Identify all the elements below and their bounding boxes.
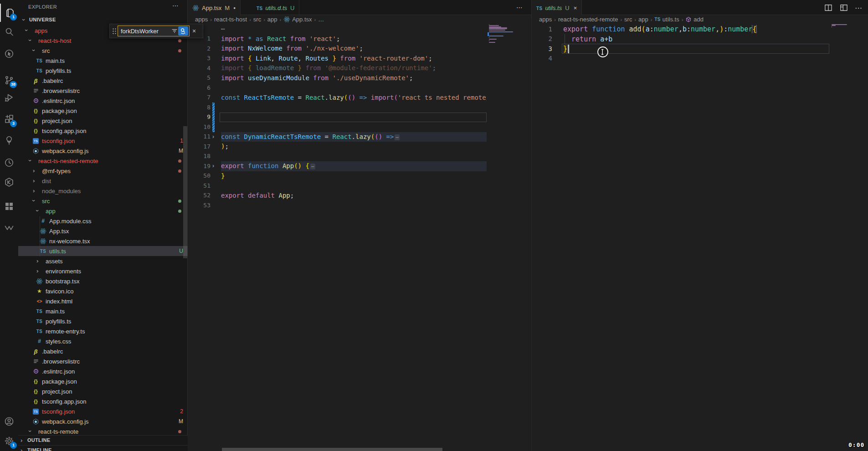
tree-item-tsconfig.app.json[interactable]: {}tsconfig.app.json: [18, 126, 188, 136]
tab-utils.ts[interactable]: TSutils.tsU×: [532, 0, 582, 15]
more-button[interactable]: ⋯: [855, 4, 863, 12]
activitybar-source-control[interactable]: 38: [0, 71, 18, 89]
filter-close-icon[interactable]: ×: [192, 27, 196, 35]
breadcrumb-item[interactable]: react-ts-host: [214, 16, 247, 23]
tree-item-tsconfig.app.json[interactable]: {}tsconfig.app.json: [18, 396, 188, 406]
activitybar-extensions[interactable]: 3: [0, 110, 18, 128]
code-line[interactable]: ⋯: [221, 25, 487, 32]
tree-item-polyfills.ts[interactable]: TSpolyfills.ts: [18, 316, 188, 326]
tree-item-app[interactable]: ›app: [18, 206, 188, 216]
tree-item-utils.ts[interactable]: TSutils.tsU: [18, 246, 188, 256]
tree-item-main.ts[interactable]: TSmain.ts: [18, 56, 188, 66]
tree-filter-input[interactable]: forkDtsWorker: [118, 26, 190, 36]
tree-item-bootstrap.tsx[interactable]: bootstrap.tsx: [18, 276, 188, 286]
breadcrumb-item[interactable]: src: [624, 16, 632, 23]
breadcrumb-item[interactable]: app: [638, 16, 648, 23]
activitybar-accounts[interactable]: [0, 412, 18, 430]
tab-utils.d.ts[interactable]: TSutils.d.tsU: [252, 0, 299, 15]
tree-item-tsconfig.json[interactable]: TStsconfig.json1: [18, 136, 188, 146]
code-line[interactable]: import { Link, Route, Routes } from 'rea…: [221, 55, 487, 62]
tree-item-remote-entry.ts[interactable]: TSremote-entry.ts: [18, 326, 188, 336]
tree-item-nx-welcome.tsx[interactable]: nx-welcome.tsx: [18, 236, 188, 246]
drag-handle-icon[interactable]: [112, 27, 116, 35]
activitybar-testing-tree[interactable]: [0, 131, 18, 149]
code-line[interactable]: const DynamicReactTsRemote = React.lazy(…: [221, 133, 487, 140]
breadcrumb-item[interactable]: …: [318, 16, 324, 23]
code-line[interactable]: return a+b: [563, 35, 829, 43]
sidebar-scrollbar[interactable]: [183, 126, 187, 258]
breadcrumb-item[interactable]: add: [685, 16, 704, 23]
tree-item-App.tsx[interactable]: App.tsx: [18, 226, 188, 236]
breadcrumb-item[interactable]: apps: [195, 16, 208, 23]
activitybar-live-share[interactable]: [0, 45, 18, 63]
panel-timeline[interactable]: ›TIMELINE: [18, 445, 188, 451]
tree-item-dist[interactable]: ›dist: [18, 176, 188, 186]
code-line[interactable]: import { loadRemote } from '@module-fede…: [221, 64, 487, 72]
tree-item-package.json[interactable]: {}package.json: [18, 376, 188, 386]
tree-item-package.json[interactable]: {}package.json: [18, 106, 188, 116]
tree-item-.babelrc[interactable]: β.babelrc: [18, 346, 188, 356]
breadcrumb-item[interactable]: apps: [539, 16, 552, 23]
modified-dot-icon[interactable]: ●: [233, 6, 236, 10]
tree-item-project.json[interactable]: {}project.json: [18, 116, 188, 126]
tree-item-.browserslistrc[interactable]: .browserslistrc: [18, 356, 188, 366]
breadcrumb-item[interactable]: src: [253, 16, 261, 23]
activitybar-run-and-debug[interactable]: [0, 88, 18, 107]
tree-item-.eslintrc.json[interactable]: .eslintrc.json: [18, 366, 188, 376]
tree-item-nodemodules[interactable]: ›node_modules: [18, 186, 188, 196]
horizontal-scrollbar[interactable]: [222, 448, 442, 451]
activitybar-timer[interactable]: [0, 154, 18, 172]
activitybar-explorer[interactable]: 1: [0, 4, 18, 22]
code-line[interactable]: export default App;: [221, 192, 487, 199]
code-line[interactable]: import * as React from 'react';: [221, 35, 487, 42]
tree-item-styles.css[interactable]: #styles.css: [18, 336, 188, 346]
code-line[interactable]: const ReactTsRemote = React.lazy(() => i…: [221, 94, 487, 101]
close-icon[interactable]: ×: [574, 5, 577, 11]
code-line[interactable]: export function App() {⋯: [221, 162, 487, 169]
code-line[interactable]: export function add(a:number,b:number,):…: [563, 25, 829, 33]
tree-item-@mf-types[interactable]: ›@mf-types: [18, 166, 188, 176]
tree-item-src[interactable]: ›src: [18, 196, 188, 206]
tree-item-react-ts-nested-remote[interactable]: ›react-ts-nested-remote: [18, 156, 188, 166]
tree-item-polyfills.ts[interactable]: TSpolyfills.ts: [18, 66, 188, 76]
activitybar-kubernetes[interactable]: [0, 173, 18, 191]
tree-item-.eslintrc.json[interactable]: .eslintrc.json: [18, 96, 188, 106]
tree-item-main.ts[interactable]: TSmain.ts: [18, 306, 188, 316]
tab-App.tsx[interactable]: App.tsxM●: [188, 0, 241, 15]
folded-ellipsis[interactable]: ⋯: [395, 134, 400, 140]
activitybar-search[interactable]: [0, 23, 18, 41]
code-line[interactable]: import NxWelcome from './nx-welcome';: [221, 45, 487, 52]
tree-item-project.json[interactable]: {}project.json: [18, 386, 188, 396]
breadcrumb-item[interactable]: react-ts-nested-remote: [558, 16, 618, 23]
tree-item-environments[interactable]: ›environments: [18, 266, 188, 276]
fold-chevron-icon[interactable]: ›: [212, 163, 214, 169]
breadcrumb-item[interactable]: TSutils.ts: [654, 16, 679, 23]
tree-item-App.module.css[interactable]: #App.module.css: [18, 216, 188, 226]
fuzzy-search-button[interactable]: [178, 26, 188, 36]
editor-layout-button[interactable]: [839, 3, 848, 12]
code-line[interactable]: import useDynamicModule from './useDynam…: [221, 74, 487, 82]
folded-ellipsis[interactable]: ⋯: [310, 164, 315, 169]
editor-actions-more[interactable]: ⋯: [516, 4, 523, 11]
fold-chevron-icon[interactable]: ›: [212, 133, 214, 140]
breadcrumb-item[interactable]: app: [267, 16, 277, 23]
filter-icon[interactable]: [171, 27, 178, 35]
split-editor-button[interactable]: [824, 3, 833, 12]
tree-item-webpack.config.js[interactable]: webpack.config.jsM: [18, 416, 188, 426]
tree-item-src[interactable]: ›src: [18, 46, 188, 56]
activitybar-remote-grid[interactable]: [0, 197, 18, 215]
panel-outline[interactable]: ›OUTLINE: [18, 435, 188, 445]
code-line[interactable]: );: [221, 143, 487, 150]
activitybar-settings[interactable]: 1: [0, 432, 18, 450]
tree-item-assets[interactable]: ›assets: [18, 256, 188, 266]
sidebar-more-icon[interactable]: ⋯: [172, 2, 179, 9]
tree-item-webpack.config.js[interactable]: webpack.config.jsM: [18, 146, 188, 156]
tree-item-.browserslistrc[interactable]: .browserslistrc: [18, 86, 188, 96]
tree-item-.babelrc[interactable]: β.babelrc: [18, 76, 188, 86]
code-line[interactable]: }: [221, 172, 487, 179]
breadcrumb-item[interactable]: App.tsx: [283, 16, 312, 23]
activitybar-wakatime[interactable]: [0, 219, 18, 237]
tree-item-tsconfig.json[interactable]: TStsconfig.json2: [18, 406, 188, 416]
tree-item-index.html[interactable]: <>index.html: [18, 296, 188, 306]
tree-item-favicon.ico[interactable]: ★favicon.ico: [18, 286, 188, 296]
